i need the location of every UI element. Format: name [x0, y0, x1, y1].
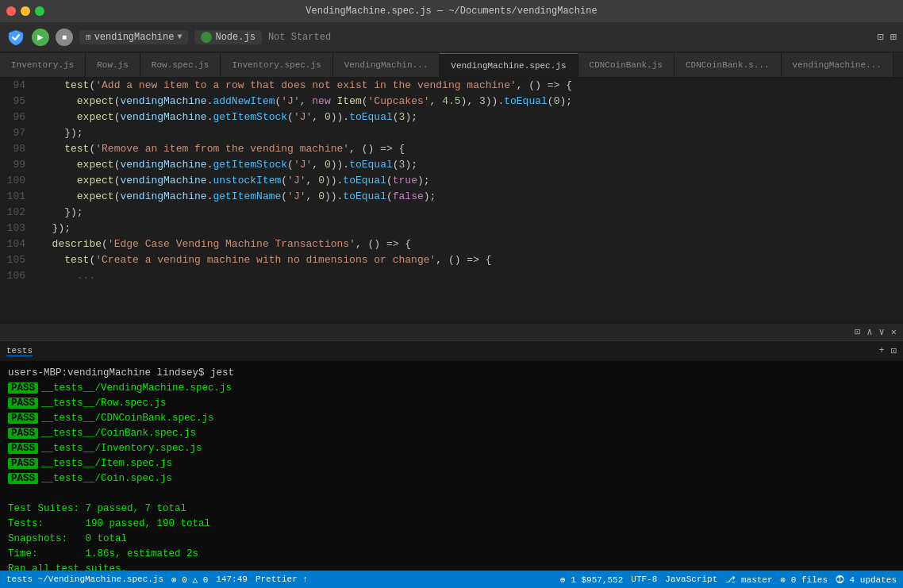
split-terminal-icon[interactable]: ⊡ [891, 345, 897, 357]
play-button[interactable]: ▶ [32, 29, 49, 46]
code-line-96: expect(vendingMachine.getItemStock('J', … [40, 110, 903, 125]
maximize-button[interactable] [35, 6, 44, 16]
tab-row-spec-js[interactable]: Row.spec.js [140, 53, 221, 77]
expand-icon[interactable]: ⊡ [855, 326, 860, 338]
status-notifications: ⓵ 4 updates [836, 575, 897, 585]
code-line-105: test('Create a vending machine with no d… [40, 252, 903, 268]
terminal-pass-6: PASS__tests__/Item.spec.js [8, 456, 895, 471]
window-title: VendingMachine.spec.js — ~/Documents/ven… [305, 6, 597, 17]
close-panel-icon[interactable]: ✕ [891, 326, 897, 338]
terminal-pass-2: PASS__tests__/Row.spec.js [8, 396, 895, 411]
sidebar-toggle-icon[interactable]: ⊡ [877, 30, 883, 44]
tab-vending-machine[interactable]: VendingMachin... [333, 53, 440, 77]
minimize-button[interactable] [21, 6, 30, 16]
tab-cdn-coin-bank-s[interactable]: CDNCoinBank.s... [674, 53, 782, 77]
chevron-down-icon[interactable]: ∨ [879, 326, 885, 338]
layout-icon[interactable]: ⊞ [890, 30, 897, 44]
terminal-summary-4: Time: 1.86s, estimated 2s [8, 547, 895, 562]
code-line-98: test('Remove an item from the vending ma… [40, 141, 903, 157]
status-branch: ⎇ master [725, 575, 772, 585]
terminal-summary-1: Test Suites: 7 passed, 7 total [8, 502, 895, 517]
status-file: tests ~/VendingMachine.spec.js [6, 575, 163, 584]
code-line-106: ... [40, 268, 903, 284]
file-selector[interactable]: ⊞ vendingMachine ▼ [79, 30, 188, 44]
shield-icon [7, 29, 25, 46]
editor: 94 95 96 97 98 99 100 101 102 103 104 10… [0, 78, 903, 340]
status-updates: ⊗ 0 files [781, 575, 828, 585]
terminal-summary-3: Snapshots: 0 total [8, 532, 895, 547]
file-chevron-icon: ▼ [177, 33, 182, 41]
code-line-95: expect(vendingMachine.addNewItem('J', ne… [40, 94, 903, 110]
terminal: tests + ⊡ users-MBP:vendingMachine linds… [0, 340, 903, 571]
status-errors: ⊗ 0 △ 0 [171, 575, 208, 585]
code-line-94: test('Add a new item to a row that does … [40, 78, 903, 94]
code-area[interactable]: 94 95 96 97 98 99 100 101 102 103 104 10… [0, 78, 903, 323]
tabs-bar: Inventory.js Row.js Row.spec.js Inventor… [0, 52, 903, 78]
terminal-blank [8, 486, 895, 502]
code-content[interactable]: test('Add a new item to a row that does … [33, 78, 903, 323]
tab-row-js[interactable]: Row.js [86, 53, 140, 77]
status-language: JavaScript [665, 575, 717, 584]
code-line-97: }); [40, 125, 903, 141]
chevron-up-icon[interactable]: ∧ [866, 326, 872, 338]
code-line-103: }); [40, 221, 903, 236]
terminal-toolbar: tests + ⊡ [0, 340, 903, 361]
terminal-pass-7: PASS__tests__/Coin.spec.js [8, 471, 895, 486]
editor-bottom-toolbar: ⊡ ∧ ∨ ✕ [0, 323, 903, 340]
toolbar-right: ⊡ ⊞ [877, 30, 897, 44]
statusbar-left: tests ~/VendingMachine.spec.js ⊗ 0 △ 0 1… [6, 575, 308, 585]
status-encoding: UTF-8 [631, 575, 657, 584]
app-logo [6, 28, 25, 47]
line-numbers: 94 95 96 97 98 99 100 101 102 103 104 10… [0, 78, 33, 323]
terminal-content[interactable]: users-MBP:vendingMachine lindsey$ jest P… [0, 361, 903, 571]
stop-button[interactable]: ■ [56, 29, 73, 46]
tab-cdn-coin-bank-js[interactable]: CDNCoinBank.js [578, 53, 674, 77]
titlebar: VendingMachine.spec.js — ~/Documents/ven… [0, 0, 903, 22]
statusbar-right: ⊕ 1 $957,552 UTF-8 JavaScript ⎇ master ⊗… [560, 575, 897, 585]
tab-inventory-spec-js[interactable]: Inventory.spec.js [221, 53, 332, 77]
code-line-102: }); [40, 205, 903, 221]
code-line-101: expect(vendingMachine.getItemName('J', 0… [40, 189, 903, 205]
terminal-summary-2: Tests: 190 passed, 190 total [8, 517, 895, 532]
terminal-pass-3: PASS__tests__/CDNCoinBank.spec.js [8, 411, 895, 426]
node-icon [201, 32, 212, 43]
tab-inventory-js[interactable]: Inventory.js [0, 53, 86, 77]
file-label: vendingMachine [94, 32, 175, 43]
terminal-icons: + ⊡ [879, 345, 897, 357]
node-label: Node.js [215, 32, 255, 43]
close-button[interactable] [6, 6, 16, 16]
terminal-tab[interactable]: tests [6, 346, 33, 356]
run-status: Not Started [268, 32, 331, 43]
status-position: 147:49 [216, 575, 248, 584]
toolbar: ▶ ■ ⊞ vendingMachine ▼ Node.js Not Start… [0, 22, 903, 52]
file-icon: ⊞ [86, 32, 91, 42]
add-terminal-icon[interactable]: + [879, 345, 885, 357]
code-line-100: expect(vendingMachine.unstockItem('J', 0… [40, 173, 903, 189]
terminal-pass-4: PASS__tests__/CoinBank.spec.js [8, 426, 895, 441]
node-selector[interactable]: Node.js [194, 30, 261, 44]
terminal-pass-5: PASS__tests__/Inventory.spec.js [8, 441, 895, 456]
traffic-lights [6, 6, 44, 16]
status-line-info: ⊕ 1 $957,552 [560, 575, 623, 585]
terminal-summary-5: Ran all test suites. [8, 562, 895, 571]
code-line-104: describe('Edge Case Vending Machine Tran… [40, 236, 903, 252]
statusbar: tests ~/VendingMachine.spec.js ⊗ 0 △ 0 1… [0, 571, 903, 588]
terminal-prompt-line: users-MBP:vendingMachine lindsey$ jest [8, 366, 895, 381]
code-line-99: expect(vendingMachine.getItemStock('J', … [40, 157, 903, 173]
tab-vending-machine-spec-js[interactable]: VendingMachine.spec.js [440, 53, 578, 77]
terminal-pass-1: PASS__tests__/VendingMachine.spec.js [8, 381, 895, 396]
tab-vending-machine-extra[interactable]: vendingMachine... [782, 53, 893, 77]
status-prettier: Prettier ↑ [256, 575, 308, 584]
